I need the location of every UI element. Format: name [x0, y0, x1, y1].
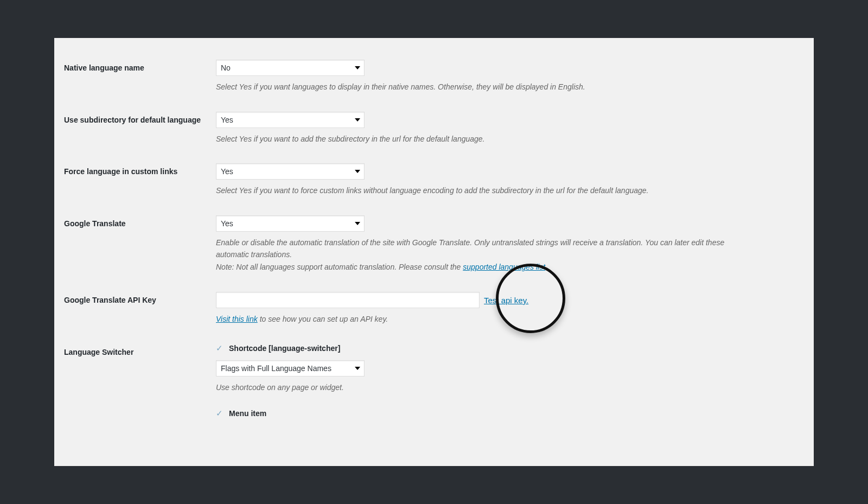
label-language-switcher: Language Switcher	[64, 344, 216, 358]
row-api-key: Google Translate API Key Test api key. V…	[64, 292, 804, 326]
row-use-subdirectory: Use subdirectory for default language Ye…	[64, 112, 804, 145]
settings-panel: Native language name No Select Yes if yo…	[54, 38, 814, 466]
checkbox-shortcode-label: Shortcode [language-switcher]	[229, 344, 340, 353]
select-use-subdirectory[interactable]: Yes	[216, 112, 365, 128]
select-switcher-style-wrap: Flags with Full Language Names	[216, 360, 365, 377]
select-native-language-name-wrap: No	[216, 60, 365, 76]
link-visit-api-setup[interactable]: Visit this link	[216, 315, 258, 323]
check-icon: ✓	[216, 344, 225, 352]
desc-google-translate-2: Note: Not all languages support automati…	[216, 261, 737, 273]
label-use-subdirectory: Use subdirectory for default language	[64, 112, 216, 126]
input-api-key[interactable]	[216, 292, 480, 308]
select-switcher-style[interactable]: Flags with Full Language Names	[216, 360, 365, 377]
label-google-translate: Google Translate	[64, 215, 216, 229]
checkbox-menu-item-label: Menu item	[229, 409, 266, 418]
desc-api-key: Visit this link to see how you can set u…	[216, 314, 737, 326]
select-force-language-wrap: Yes	[216, 163, 365, 180]
select-google-translate[interactable]: Yes	[216, 215, 365, 232]
desc-native-language-name: Select Yes if you want languages to disp…	[216, 81, 737, 93]
select-use-subdirectory-wrap: Yes	[216, 112, 365, 128]
link-supported-languages[interactable]: supported languages list	[463, 263, 545, 271]
link-test-api-key[interactable]: Test api key.	[484, 296, 528, 305]
desc-use-subdirectory: Select Yes if you want to add the subdir…	[216, 133, 737, 145]
desc-force-language: Select Yes if you want to force custom l…	[216, 185, 737, 197]
row-native-language-name: Native language name No Select Yes if yo…	[64, 60, 804, 93]
row-google-translate: Google Translate Yes Enable or disable t…	[64, 215, 804, 273]
checkbox-shortcode[interactable]: ✓ Shortcode [language-switcher]	[216, 344, 804, 353]
row-force-language: Force language in custom links Yes Selec…	[64, 163, 804, 197]
check-icon: ✓	[216, 409, 225, 417]
select-force-language[interactable]: Yes	[216, 163, 365, 180]
label-api-key: Google Translate API Key	[64, 292, 216, 306]
select-google-translate-wrap: Yes	[216, 215, 365, 232]
select-native-language-name[interactable]: No	[216, 60, 365, 76]
label-force-language: Force language in custom links	[64, 163, 216, 177]
desc-google-translate-1: Enable or disable the automatic translat…	[216, 237, 737, 260]
desc-switcher: Use shortcode on any page or widget.	[216, 382, 737, 394]
checkbox-menu-item[interactable]: ✓ Menu item	[216, 409, 804, 418]
row-language-switcher: Language Switcher ✓ Shortcode [language-…	[64, 344, 804, 423]
label-native-language-name: Native language name	[64, 60, 216, 74]
